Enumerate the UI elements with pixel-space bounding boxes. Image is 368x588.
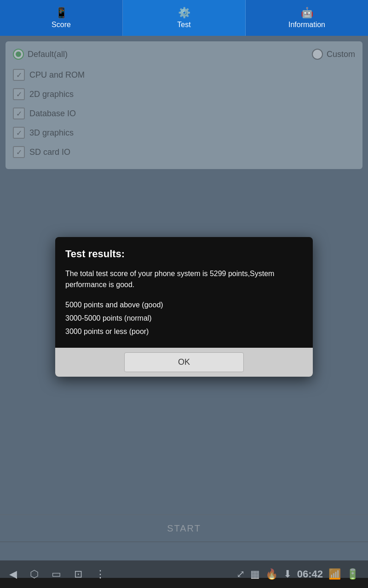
tab-information[interactable]: 🤖 Information bbox=[246, 0, 368, 36]
tab-test[interactable]: ⚙️ Test bbox=[123, 0, 246, 36]
dialog-body: Test results: The total test score of yo… bbox=[55, 237, 313, 347]
dialog-overlay: Test results: The total test score of yo… bbox=[0, 36, 368, 578]
tab-score-label: Score bbox=[52, 21, 71, 29]
score-poor: 3000 points or less (poor) bbox=[65, 325, 303, 339]
top-navigation: 📱 Score ⚙️ Test 🤖 Information bbox=[0, 0, 368, 36]
dialog-scores: 5000 points and above (good) 3000-5000 p… bbox=[65, 299, 303, 338]
information-icon: 🤖 bbox=[301, 7, 313, 19]
tab-information-label: Information bbox=[288, 21, 325, 29]
score-good: 5000 points and above (good) bbox=[65, 299, 303, 312]
dialog-title: Test results: bbox=[65, 248, 303, 260]
main-content: Default(all) Custom ✓ CPU and ROM ✓ 2D g… bbox=[0, 36, 368, 184]
ok-button[interactable]: OK bbox=[124, 352, 244, 372]
test-results-dialog: Test results: The total test score of yo… bbox=[55, 237, 313, 376]
score-icon: 📱 bbox=[55, 7, 68, 19]
tab-score[interactable]: 📱 Score bbox=[0, 0, 123, 36]
dialog-summary: The total test score of your phone syste… bbox=[65, 268, 303, 290]
dialog-footer: OK bbox=[55, 348, 313, 377]
score-normal: 3000-5000 points (normal) bbox=[65, 312, 303, 325]
tab-test-label: Test bbox=[177, 21, 190, 29]
test-icon: ⚙️ bbox=[178, 7, 190, 19]
